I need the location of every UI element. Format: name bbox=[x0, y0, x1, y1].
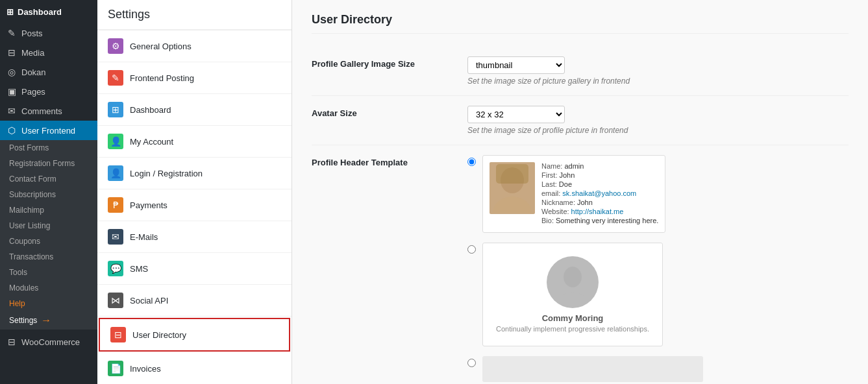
frontend-posting-label: Frontend Posting bbox=[130, 73, 194, 83]
general-options-label: General Options bbox=[130, 42, 192, 51]
email-val: sk.shaikat@yahoo.com bbox=[562, 189, 636, 197]
sidebar-item-user-frontend[interactable]: ⬡ User Frontend bbox=[0, 121, 97, 140]
website-val: http://shaikat.me bbox=[571, 208, 624, 215]
subnav-general-options[interactable]: ⚙ General Options bbox=[97, 30, 291, 62]
sidebar-item-user-listing[interactable]: User Listing bbox=[0, 218, 97, 234]
template2-radio[interactable] bbox=[467, 245, 476, 254]
profile-gallery-help: Set the image size of picture gallery in… bbox=[467, 77, 849, 86]
svg-point-3 bbox=[564, 267, 582, 287]
sidebar-header[interactable]: ⊞ Dashboard bbox=[0, 0, 97, 23]
svg-rect-2 bbox=[496, 164, 528, 184]
sidebar-subitems: Post Forms Registration Forms Contact Fo… bbox=[0, 140, 97, 330]
avatar-size-select[interactable]: 32 x 32 64 x 64 96 x 96 128 x 128 bbox=[467, 106, 565, 123]
svg-point-1 bbox=[493, 197, 532, 213]
sidebar-item-subscriptions[interactable]: Subscriptions bbox=[0, 187, 97, 202]
sidebar-item-settings[interactable]: Settings → bbox=[0, 311, 97, 330]
sidebar-item-modules[interactable]: Modules bbox=[0, 280, 97, 296]
help-label: Help bbox=[9, 299, 25, 308]
reg-forms-label: Registration Forms bbox=[9, 159, 75, 168]
sidebar-label-media: Media bbox=[21, 48, 44, 58]
sidebar-item-dokan[interactable]: ◎ Dokan bbox=[0, 62, 97, 82]
section-title: User Directory bbox=[312, 13, 849, 34]
tools-label: Tools bbox=[9, 268, 27, 277]
sidebar-item-registration-forms[interactable]: Registration Forms bbox=[0, 156, 97, 171]
avatar-size-control: 32 x 32 64 x 64 96 x 96 128 x 128 Set th… bbox=[467, 106, 849, 135]
bio-val: Something very interesting here. bbox=[556, 217, 658, 224]
subnav-user-directory[interactable]: ⊟ User Directory bbox=[99, 318, 290, 352]
nickname-val: John bbox=[577, 198, 593, 206]
posts-icon: ✎ bbox=[6, 28, 17, 38]
profile-gallery-row: Profile Gallery Image Size thumbnail med… bbox=[312, 47, 849, 96]
post-forms-label: Post Forms bbox=[9, 143, 49, 152]
subnav-sms[interactable]: 💬 SMS bbox=[97, 253, 291, 285]
sidebar-item-posts[interactable]: ✎ Posts bbox=[0, 23, 97, 43]
nickname-label: Nickname: bbox=[541, 198, 575, 206]
subnav-emails[interactable]: ✉ E-Mails bbox=[97, 221, 291, 253]
avatar-circle bbox=[547, 256, 599, 308]
sidebar-label-user-frontend: User Frontend bbox=[21, 126, 75, 136]
avatar-size-help: Set the image size of profile picture in… bbox=[467, 126, 849, 135]
comments-icon: ✉ bbox=[6, 106, 17, 116]
invoices-icon: 📄 bbox=[108, 361, 123, 376]
general-options-icon: ⚙ bbox=[108, 38, 123, 54]
settings-content: User Directory Profile Gallery Image Siz… bbox=[292, 0, 868, 384]
subnav-login-registration[interactable]: 👤 Login / Registration bbox=[97, 158, 291, 189]
bio-label: Bio: bbox=[541, 217, 554, 224]
template3-preview bbox=[482, 356, 703, 382]
sidebar-item-post-forms[interactable]: Post Forms bbox=[0, 140, 97, 156]
template1-option: Name:admin First:John Last:Doe email:sk.… bbox=[467, 155, 849, 233]
subnav-social-api[interactable]: ⋈ Social API bbox=[97, 285, 291, 317]
sidebar-label-dokan: Dokan bbox=[21, 67, 46, 77]
profile-gallery-select[interactable]: thumbnail medium large full bbox=[467, 56, 565, 74]
subnav-payments[interactable]: ₱ Payments bbox=[97, 189, 291, 221]
template2-option: Commy Moring Continually implement progr… bbox=[467, 243, 849, 346]
first-label: First: bbox=[541, 171, 557, 179]
last-label: Last: bbox=[541, 180, 557, 188]
website-label: Website: bbox=[541, 208, 569, 215]
subnav-my-account[interactable]: 👤 My Account bbox=[97, 126, 291, 158]
svg-point-4 bbox=[557, 292, 588, 302]
sidebar-label-posts: Posts bbox=[21, 29, 43, 38]
dokan-icon: ◎ bbox=[6, 67, 17, 77]
subnav-invoices[interactable]: 📄 Invoices bbox=[97, 353, 291, 384]
dashboard-icon: ⊞ bbox=[6, 7, 14, 17]
sidebar-header-label: Dashboard bbox=[18, 7, 62, 17]
sidebar-item-mailchimp[interactable]: Mailchimp bbox=[0, 202, 97, 218]
profile-gallery-control: thumbnail medium large full Set the imag… bbox=[467, 56, 849, 86]
sidebar-item-pages[interactable]: ▣ Pages bbox=[0, 82, 97, 101]
settings-arrow-icon: → bbox=[41, 315, 51, 326]
sidebar-item-contact-form[interactable]: Contact Form bbox=[0, 171, 97, 187]
main-area: Settings ⚙ General Options ✎ Frontend Po… bbox=[97, 0, 868, 384]
sidebar-item-transactions[interactable]: Transactions bbox=[0, 249, 97, 265]
user-directory-label: User Directory bbox=[132, 330, 186, 340]
profile-header-control: Name:admin First:John Last:Doe email:sk.… bbox=[467, 155, 849, 384]
user-listing-label: User Listing bbox=[9, 221, 50, 230]
payments-label: Payments bbox=[130, 200, 167, 210]
subnav-frontend-posting[interactable]: ✎ Frontend Posting bbox=[97, 62, 291, 94]
sidebar-item-woocommerce[interactable]: ⊟ WooCommerce bbox=[0, 332, 97, 352]
modules-label: Modules bbox=[9, 283, 38, 293]
sidebar-item-comments[interactable]: ✉ Comments bbox=[0, 101, 97, 121]
template1-radio[interactable] bbox=[467, 158, 476, 166]
login-registration-label: Login / Registration bbox=[130, 169, 203, 178]
template3-radio[interactable] bbox=[467, 359, 476, 367]
template2-layout: Commy Moring Continually implement progr… bbox=[490, 250, 656, 339]
login-registration-icon: 👤 bbox=[108, 165, 123, 181]
sidebar-item-help[interactable]: Help bbox=[0, 296, 97, 311]
sidebar-item-tools[interactable]: Tools bbox=[0, 265, 97, 280]
media-icon: ⊟ bbox=[6, 47, 17, 58]
coupons-label: Coupons bbox=[9, 237, 40, 246]
profile-header-label: Profile Header Template bbox=[312, 155, 454, 167]
invoices-label: Invoices bbox=[130, 364, 161, 374]
dashboard-subnav-label: Dashboard bbox=[130, 105, 171, 115]
subnav-dashboard[interactable]: ⊞ Dashboard bbox=[97, 94, 291, 126]
my-account-icon: 👤 bbox=[108, 134, 123, 149]
sidebar-item-coupons[interactable]: Coupons bbox=[0, 234, 97, 249]
template2-bio: Continually implement progressive relati… bbox=[496, 325, 649, 333]
last-val: Doe bbox=[559, 180, 572, 188]
contact-form-label: Contact Form bbox=[9, 174, 56, 184]
sidebar-item-media[interactable]: ⊟ Media bbox=[0, 43, 97, 62]
profile-gallery-label: Profile Gallery Image Size bbox=[312, 56, 454, 69]
woocommerce-icon: ⊟ bbox=[6, 337, 17, 347]
pages-icon: ▣ bbox=[6, 86, 17, 97]
